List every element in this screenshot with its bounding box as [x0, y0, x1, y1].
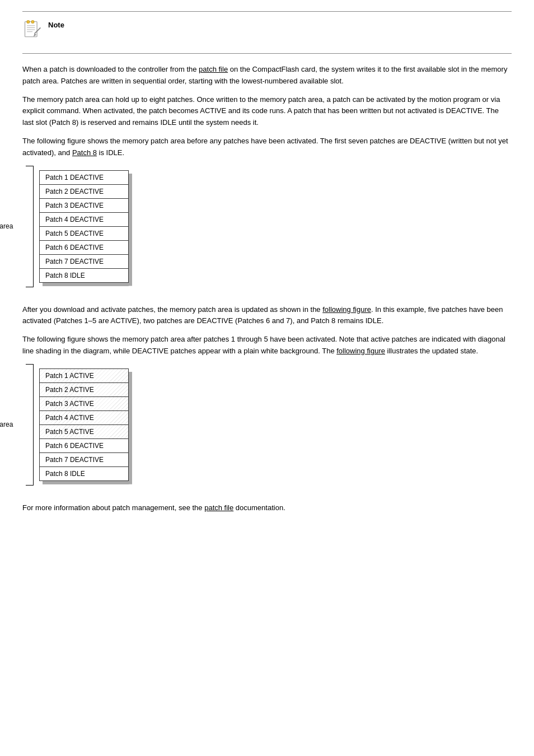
patch-row-1-1: Patch 1 DEACTIVE — [40, 171, 128, 185]
patch-row-1-5: Patch 5 DEACTIVE — [40, 227, 128, 241]
diagram-1-table-wrapper: Patch 1 DEACTIVE Patch 2 DEACTIVE Patch … — [39, 170, 129, 283]
patch-row-1-8: Patch 8 IDLE — [40, 269, 128, 282]
patch-row-2-8: Patch 8 IDLE — [40, 467, 128, 480]
svg-rect-1 — [27, 21, 30, 24]
middle-paragraph-2: The following figure shows the memory pa… — [22, 334, 512, 357]
link-3[interactable]: following figure — [322, 305, 371, 314]
diagram-1-table: Patch 1 DEACTIVE Patch 2 DEACTIVE Patch … — [39, 170, 129, 283]
patch-row-1-3: Patch 3 DEACTIVE — [40, 199, 128, 213]
top-horizontal-rule — [22, 11, 512, 12]
patch-row-2-4: Patch 4 ACTIVE — [40, 411, 128, 425]
patch-row-2-5: Patch 5 ACTIVE — [40, 425, 128, 439]
body-paragraph-before-diagram1: The following figure shows the memory pa… — [22, 136, 512, 159]
diagram-2-bracket: Memory patch area — [22, 364, 34, 486]
bracket-vert-2 — [33, 365, 34, 485]
patch-row-2-2: Patch 2 ACTIVE — [40, 383, 128, 397]
patch-row-2-7: Patch 7 DEACTIVE — [40, 453, 128, 467]
bracket-bottom-1 — [26, 287, 34, 287]
link-4[interactable]: following figure — [336, 347, 385, 355]
bracket-bottom-2 — [26, 485, 34, 486]
diagram-1-wrapper: Memory patch area Patch 1 DEACTIVE Patch… — [22, 166, 512, 287]
bracket-vert-1 — [33, 166, 34, 287]
note-label: Note — [48, 21, 64, 29]
patch-row-1-6: Patch 6 DEACTIVE — [40, 241, 128, 255]
patch-row-2-1: Patch 1 ACTIVE — [40, 369, 128, 383]
separator-rule — [22, 53, 512, 54]
body-paragraph-1: When a patch is downloaded to the contro… — [22, 64, 512, 87]
patch-row-1-4: Patch 4 DEACTIVE — [40, 213, 128, 227]
diagram-2-table: Patch 1 ACTIVE Patch 2 ACTIVE Patch 3 AC… — [39, 368, 129, 481]
diagram-2-section: Memory patch area Patch 1 ACTIVE Patch 2… — [22, 364, 512, 486]
diagram-2-wrapper: Memory patch area Patch 1 ACTIVE Patch 2… — [22, 364, 512, 486]
link-2[interactable]: Patch 8 — [72, 148, 97, 157]
diagram-1-section: Memory patch area Patch 1 DEACTIVE Patch… — [22, 166, 512, 287]
diagram-2-label: Memory patch area — [0, 421, 13, 428]
patch-row-1-2: Patch 2 DEACTIVE — [40, 185, 128, 199]
diagram-1-bracket: Memory patch area — [22, 166, 34, 287]
note-section: Note — [22, 20, 512, 45]
svg-rect-2 — [31, 21, 34, 24]
middle-paragraph-1: After you download and activate patches,… — [22, 304, 512, 328]
link-5[interactable]: patch file — [204, 503, 233, 512]
patch-row-2-6: Patch 6 DEACTIVE — [40, 439, 128, 453]
body-paragraph-2: The memory patch area can hold up to eig… — [22, 94, 512, 129]
link-1[interactable]: patch file — [199, 65, 228, 73]
footer-paragraph: For more information about patch managem… — [22, 502, 512, 514]
diagram-1-label: Memory patch area — [0, 222, 13, 230]
patch-row-2-3: Patch 3 ACTIVE — [40, 397, 128, 411]
bracket-top-1 — [26, 166, 34, 166]
diagram-2-table-wrapper: Patch 1 ACTIVE Patch 2 ACTIVE Patch 3 AC… — [39, 368, 129, 481]
bracket-top-2 — [26, 364, 34, 365]
note-icon — [22, 20, 43, 40]
patch-row-1-7: Patch 7 DEACTIVE — [40, 255, 128, 269]
